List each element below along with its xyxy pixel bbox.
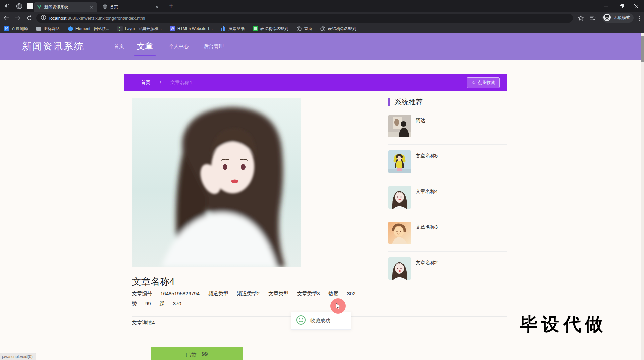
- like-button-label: 已赞: [186, 351, 197, 360]
- breadcrumb-separator: /: [160, 80, 161, 85]
- thumbnail-portrait: [388, 257, 411, 280]
- incognito-label: 无痕模式: [613, 15, 630, 21]
- nav-articles[interactable]: 文章: [137, 33, 153, 60]
- site-title: 新闻资讯系统: [22, 40, 85, 53]
- url-text: localhost:8080/xinwenzixunxitong/front/i…: [49, 16, 145, 21]
- tab-close-icon[interactable]: [154, 5, 160, 10]
- bookmark-item[interactable]: W HTML5 Website T...: [170, 26, 213, 31]
- recommend-item[interactable]: 文章名称2: [388, 257, 507, 287]
- nav-home[interactable]: 首页: [114, 33, 124, 60]
- layui-icon: [117, 26, 123, 31]
- nav-admin[interactable]: 后台管理: [204, 33, 224, 60]
- page-content: 首页 / 文章名称4 ☆ 点我收藏: [0, 60, 644, 360]
- recommend-item-label: 文章名称4: [416, 186, 438, 216]
- bookmark-item[interactable]: 译 百度翻译: [4, 26, 28, 32]
- thumbnail-warm-portrait: [388, 222, 411, 244]
- recommend-item-label: 阿达: [416, 115, 425, 144]
- breadcrumb-current: 文章名称4: [170, 80, 192, 86]
- media-controls-icon[interactable]: [588, 12, 598, 24]
- like-button[interactable]: 已赞 99: [151, 347, 243, 360]
- recommend-item[interactable]: 文章名称5: [388, 150, 507, 180]
- recommend-item[interactable]: 文章名称3: [388, 222, 507, 252]
- incognito-badge[interactable]: 无痕模式: [602, 13, 634, 22]
- recommend-item-label: 文章名称3: [416, 222, 438, 251]
- article-image: [132, 98, 301, 267]
- reload-icon[interactable]: [24, 12, 34, 24]
- thumbnail-yellow-girl: [388, 150, 411, 173]
- like-button-count: 99: [202, 351, 208, 360]
- html5-icon: W: [170, 26, 175, 31]
- globe-icon: [297, 26, 302, 31]
- nav-personal-center[interactable]: 个人中心: [169, 33, 189, 60]
- collect-button[interactable]: ☆ 点我收藏: [467, 77, 500, 88]
- click-effect-circle: [330, 298, 346, 314]
- success-toast: 收藏成功: [291, 312, 351, 330]
- folder-icon: [36, 26, 41, 31]
- browser-menu-icon[interactable]: [636, 14, 643, 22]
- article-meta-row: 文章编号：16485195829794 频道类型：频道类型2 文章类型：文章类型…: [132, 290, 356, 297]
- pinned-tab-blank-icon[interactable]: [27, 3, 33, 9]
- smiley-success-icon: [296, 315, 306, 326]
- section-marker: [388, 98, 390, 106]
- window-restore-button[interactable]: [614, 0, 629, 12]
- vue-favicon: [37, 4, 42, 10]
- breadcrumb-home-link[interactable]: 首页: [141, 80, 150, 86]
- sidebar-title: 系统推荐: [394, 97, 423, 107]
- page-info-icon[interactable]: [41, 15, 46, 21]
- bookmark-item[interactable]: 表结构命名规则: [320, 26, 356, 32]
- incognito-icon: [603, 14, 611, 22]
- back-icon[interactable]: [1, 12, 11, 24]
- bookmarks-bar: 译 百度翻译 图标网站 Element - 网站快... Layui - 经典开…: [0, 24, 644, 34]
- thumbnail-portrait: [388, 186, 411, 209]
- article-title: 文章名称4: [132, 275, 175, 288]
- watermark: 毕设代做: [520, 312, 607, 337]
- recommend-item[interactable]: 文章名称4: [388, 186, 507, 216]
- translate-icon: 译: [4, 26, 9, 31]
- recommend-sidebar: 系统推荐 阿达 文章名称5 文章名称4 文章名称3: [388, 97, 507, 107]
- browser-toolbar: localhost:8080/xinwenzixunxitong/front/i…: [0, 12, 644, 24]
- table-rules-icon: [253, 26, 258, 31]
- star-outline-icon: ☆: [471, 80, 476, 85]
- article-meta-row: 赞：99 踩：370: [132, 301, 181, 307]
- bookmark-item[interactable]: 搜素壁纸: [221, 26, 245, 32]
- pinned-tab-globe-icon[interactable]: [16, 3, 22, 11]
- tab-home[interactable]: 首页: [99, 2, 163, 12]
- article-detail: 文章详情4: [132, 320, 155, 326]
- toast-message: 收藏成功: [310, 318, 330, 324]
- collect-button-label: 点我收藏: [478, 80, 495, 86]
- bookmark-star-icon[interactable]: [576, 12, 586, 24]
- tab-close-icon[interactable]: [89, 5, 94, 10]
- tab-title: 新闻资讯系统: [44, 4, 86, 10]
- bookmark-item[interactable]: 表结构命名规则: [253, 26, 288, 32]
- site-header: 新闻资讯系统 首页 文章 个人中心 后台管理: [0, 33, 644, 60]
- wallpaper-icon: [221, 26, 226, 31]
- window-close-button[interactable]: [629, 0, 644, 12]
- url-bar[interactable]: localhost:8080/xinwenzixunxitong/front/i…: [36, 14, 573, 22]
- bookmark-item[interactable]: Layui - 经典开源模...: [117, 26, 162, 32]
- new-tab-button[interactable]: +: [166, 1, 176, 11]
- thumbnail-gallery: [388, 115, 411, 137]
- volume-icon: [4, 3, 10, 10]
- breadcrumb: 首页 / 文章名称4 ☆ 点我收藏: [124, 74, 507, 91]
- cursor-icon: [336, 303, 341, 310]
- bookmark-item[interactable]: Element - 网站快...: [68, 26, 109, 32]
- globe-favicon: [103, 4, 107, 10]
- recommend-item[interactable]: 阿达: [388, 115, 507, 145]
- tab-news-system[interactable]: 新闻资讯系统: [34, 2, 97, 12]
- sidebar-header: 系统推荐: [388, 97, 507, 107]
- page-scrollbar[interactable]: [641, 33, 644, 360]
- window-minimize-button[interactable]: [598, 0, 614, 12]
- bookmark-item[interactable]: 图标网站: [36, 26, 60, 32]
- tab-title: 首页: [110, 4, 152, 10]
- element-icon: [68, 26, 73, 31]
- scrollbar-thumb[interactable]: [641, 36, 644, 62]
- globe-icon: [320, 26, 326, 31]
- status-link-tooltip: javascript:void(0): [0, 353, 36, 360]
- recommend-item-label: 文章名称2: [416, 257, 438, 287]
- forward-icon[interactable]: [13, 12, 23, 24]
- bookmark-item[interactable]: 首页: [297, 26, 312, 32]
- browser-tabstrip: 新闻资讯系统 首页 +: [0, 0, 644, 12]
- recommend-item-label: 文章名称5: [416, 150, 438, 180]
